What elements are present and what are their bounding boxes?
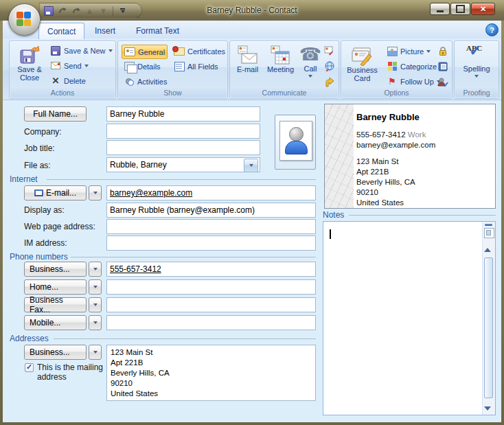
assign-task-button[interactable]: ✓	[323, 44, 336, 58]
save-close-icon	[19, 45, 40, 65]
file-as-combo[interactable]: Rubble, Barney	[106, 157, 260, 172]
lock-icon	[437, 45, 448, 56]
business-card-name: Barney Rubble	[356, 112, 491, 122]
business-card-phone: 555-657-3412 Work	[356, 130, 491, 140]
tab-insert[interactable]: Insert	[87, 23, 124, 38]
business-card-label: Business Card	[343, 66, 382, 82]
spelling-label: Spelling	[463, 65, 490, 73]
actions-group-label: Actions	[10, 88, 115, 97]
phone-business-input[interactable]	[106, 262, 316, 277]
details-button[interactable]: Details	[122, 60, 163, 73]
phone-mobile-button[interactable]: Mobile...	[24, 315, 87, 330]
map-button[interactable]	[323, 76, 336, 89]
picture-button[interactable]: Picture	[385, 45, 433, 58]
notes-scrollbar[interactable]	[482, 222, 495, 415]
window-title: Barney Rubble - Contact	[0, 5, 504, 15]
email-button-ribbon[interactable]: E-mail	[232, 44, 263, 73]
business-card-address-line: Beverly Hills, CA	[356, 177, 491, 187]
call-dropdown-icon	[308, 75, 312, 78]
activities-button[interactable]: Activities	[122, 75, 169, 88]
phone-home-dropdown[interactable]	[89, 279, 102, 295]
contact-check-icon: ✓	[437, 77, 448, 88]
phone-fax-dropdown[interactable]	[89, 297, 102, 312]
business-card-button[interactable]: Business Card	[343, 44, 382, 82]
web-page-input[interactable]	[106, 219, 316, 234]
ribbon-group-communicate: E-mail Meeting ☎ Call	[229, 41, 339, 99]
browse-object-icon[interactable]	[484, 228, 494, 238]
call-button[interactable]: ☎ Call	[298, 43, 323, 78]
meeting-button[interactable]: Meeting	[264, 44, 297, 73]
minimize-button[interactable]	[430, 3, 450, 15]
address-textarea[interactable]: 123 Main St Apt 221B Beverly Hills, CA 9…	[106, 345, 316, 401]
picture-icon	[387, 46, 398, 57]
address-business-button[interactable]: Business...	[24, 345, 87, 360]
internet-section-line	[47, 179, 316, 180]
person-body-icon	[285, 141, 308, 154]
address-business-dropdown[interactable]	[89, 345, 102, 360]
web-page-button[interactable]	[323, 60, 336, 73]
office-button[interactable]	[8, 3, 41, 36]
save-new-dropdown-icon	[108, 49, 113, 52]
email-input[interactable]	[106, 185, 316, 200]
certificates-button[interactable]: Certificates	[172, 45, 227, 58]
help-button[interactable]	[485, 23, 499, 36]
save-close-button[interactable]: Save & Close	[13, 43, 46, 82]
close-button[interactable]: ✕	[471, 3, 495, 15]
file-as-dropdown-icon	[249, 164, 253, 167]
close-icon: ✕	[480, 5, 486, 14]
send-button[interactable]: Send	[48, 59, 91, 72]
all-fields-icon	[174, 61, 185, 72]
phone-fax-input[interactable]	[106, 297, 316, 312]
ribbon: Save & Close Save & New Send ✕ Delete Ac…	[3, 38, 501, 100]
save-close-label: Save & Close	[13, 65, 46, 82]
spelling-icon: ABC ✓	[465, 44, 488, 65]
details-icon	[124, 61, 135, 72]
addresses-section-line	[54, 338, 316, 339]
tab-format-text[interactable]: Format Text	[128, 23, 187, 38]
display-as-input[interactable]	[106, 203, 316, 218]
split-handle[interactable]	[485, 224, 492, 226]
scrollbar-thumb[interactable]	[484, 257, 493, 398]
general-button[interactable]: General	[122, 45, 168, 59]
maximize-button[interactable]	[450, 3, 470, 15]
tab-contact[interactable]: Contact	[38, 23, 84, 39]
scroll-down-icon[interactable]	[484, 406, 491, 411]
phone-fax-button[interactable]: Business Fax...	[24, 297, 87, 312]
save-new-button[interactable]: Save & New	[48, 44, 115, 57]
im-address-label: IM address:	[24, 238, 67, 248]
mailing-address-checkbox[interactable]	[25, 363, 34, 372]
general-label: General	[138, 48, 165, 56]
company-input[interactable]	[106, 124, 260, 139]
business-card-icon	[352, 45, 374, 66]
send-icon	[50, 60, 61, 71]
notes-editor[interactable]	[323, 221, 496, 415]
email-field-button[interactable]: E-mail...	[24, 185, 87, 200]
phone-mobile-dropdown[interactable]	[89, 315, 102, 330]
phone-home-button[interactable]: Home...	[24, 279, 87, 295]
file-as-dropdown-button[interactable]	[244, 159, 258, 172]
full-name-button[interactable]: Full Name...	[24, 106, 87, 122]
communicate-group-label: Communicate	[231, 88, 338, 97]
scroll-up-icon[interactable]	[484, 248, 491, 252]
private-button[interactable]	[436, 44, 450, 58]
full-name-input[interactable]	[106, 106, 260, 122]
follow-up-button[interactable]: ⚑ Follow Up	[385, 75, 443, 88]
contact-photo-button[interactable]	[275, 115, 316, 170]
im-address-input[interactable]	[106, 236, 316, 251]
call-label: Call	[304, 65, 317, 73]
contact-check-button[interactable]: ✓	[436, 76, 450, 89]
company-label: Company:	[24, 127, 62, 137]
person-head-icon	[289, 127, 303, 141]
call-icon: ☎	[299, 44, 321, 65]
phone-home-input[interactable]	[106, 279, 316, 295]
send-label: Send	[64, 62, 82, 70]
spelling-button[interactable]: ABC ✓ Spelling	[460, 43, 493, 78]
job-title-input[interactable]	[106, 140, 260, 155]
all-fields-button[interactable]: All Fields	[172, 60, 220, 73]
address-book-button[interactable]	[436, 60, 450, 73]
email-dropdown-button[interactable]	[89, 185, 102, 200]
phone-mobile-input[interactable]	[106, 315, 316, 330]
phone-business-button[interactable]: Business...	[24, 262, 87, 277]
phone-business-dropdown[interactable]	[89, 262, 102, 277]
delete-button[interactable]: ✕ Delete	[48, 74, 88, 87]
